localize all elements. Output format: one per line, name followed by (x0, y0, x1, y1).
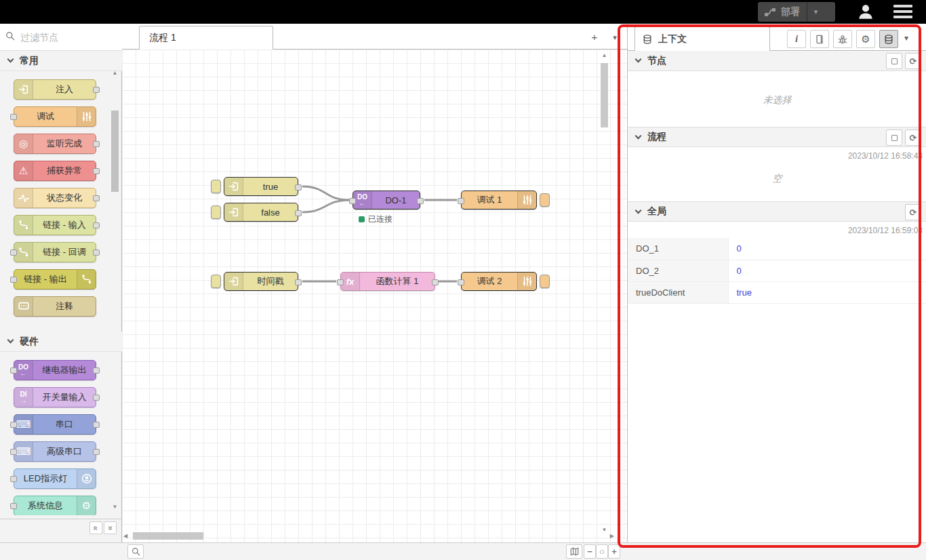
deploy-options-button[interactable]: ▾ (807, 2, 824, 22)
palette-scrollbar[interactable]: ▲ ▼ (111, 78, 119, 512)
output-port[interactable] (295, 210, 302, 216)
palette-node-link-in[interactable]: 链接 - 输入 (14, 215, 96, 235)
context-section-flow[interactable]: 流程 ⟳ (628, 127, 926, 147)
palette-node-status[interactable]: 状态变化 (14, 188, 96, 208)
scrollbar-thumb[interactable] (133, 532, 203, 540)
palette-node-comment[interactable]: 注释 (14, 296, 96, 317)
palette-section-common[interactable]: 常用 (0, 51, 122, 71)
output-port[interactable] (93, 87, 100, 93)
add-flow-button[interactable]: + (587, 31, 602, 44)
inject-button[interactable] (211, 180, 221, 193)
flow-node-inject-true[interactable]: true (224, 177, 298, 196)
config-tab-button[interactable]: ⚙ (856, 30, 875, 48)
output-port[interactable] (93, 367, 100, 374)
palette-node-system-info[interactable]: 系统信息 ⚙ (14, 496, 96, 515)
collapse-all-button[interactable]: « (89, 521, 102, 534)
scrollbar-thumb[interactable] (111, 111, 119, 192)
search-flows-button[interactable] (127, 544, 144, 559)
palette-node-inject[interactable]: 注入 (14, 79, 96, 100)
canvas-vertical-scrollbar[interactable]: ▲ ▼ (601, 52, 608, 535)
table-row[interactable]: trueDoClient true (628, 281, 926, 303)
scroll-up-icon[interactable]: ▲ (111, 70, 119, 76)
flow-list-button[interactable]: ▾ (607, 31, 622, 44)
table-row[interactable]: DO_2 0 (628, 260, 926, 281)
flow-canvas[interactable]: true false DO← DO-1 已连接 调试 1 时间戳 fx 函数计算… (122, 49, 627, 542)
scroll-up-icon[interactable]: ▲ (601, 52, 608, 58)
output-port[interactable] (93, 249, 100, 256)
input-port[interactable] (349, 198, 356, 204)
refresh-icon[interactable]: ⟳ (905, 129, 921, 146)
context-tab-button[interactable] (879, 30, 898, 48)
navigator-button[interactable] (566, 544, 582, 559)
output-port[interactable] (295, 279, 302, 285)
output-port[interactable] (93, 141, 100, 147)
input-port[interactable] (10, 449, 17, 455)
output-port[interactable] (93, 422, 100, 428)
sidebar-menu-button[interactable]: ▾ (904, 33, 908, 43)
input-port[interactable] (337, 279, 344, 285)
palette-node-relay-output[interactable]: DO← 继电器输出 (14, 360, 96, 380)
output-port[interactable] (432, 279, 439, 285)
palette-node-led[interactable]: LED指示灯 (14, 468, 96, 489)
flow-node-function-1[interactable]: fx 函数计算 1 (340, 272, 435, 291)
palette-node-di-input[interactable]: DI→ 开关量输入 (14, 387, 96, 407)
output-port[interactable] (417, 198, 424, 204)
flow-node-inject-false[interactable]: false (224, 203, 298, 222)
context-section-global[interactable]: 全局 ⟳ (628, 201, 926, 222)
input-port[interactable] (458, 198, 464, 204)
open-panel-button[interactable] (886, 53, 902, 69)
refresh-icon[interactable]: ⟳ (905, 53, 921, 69)
palette-node-serial[interactable]: ⌨ 串口 (14, 414, 96, 435)
table-row[interactable]: DO_1 0 (628, 238, 926, 260)
input-port[interactable] (10, 367, 17, 374)
palette-node-link-call[interactable]: 链接 - 回调 (14, 242, 96, 262)
input-port[interactable] (10, 422, 17, 428)
output-port[interactable] (295, 184, 302, 191)
output-port[interactable] (93, 195, 100, 201)
expand-all-button[interactable]: « (104, 521, 117, 534)
palette-section-hardware[interactable]: 硬件 (0, 332, 122, 352)
flow-node-debug-2[interactable]: 调试 2 (461, 272, 537, 291)
input-port[interactable] (10, 249, 17, 256)
flow-node-debug-1[interactable]: 调试 1 (461, 191, 537, 209)
inject-button[interactable] (211, 205, 221, 219)
input-port[interactable] (10, 503, 17, 509)
palette-node-catch[interactable]: ⚠ 捕获异常 (14, 161, 96, 181)
zoom-out-button[interactable]: − (584, 544, 596, 559)
palette-node-complete[interactable]: ◎ 监听完成 (14, 134, 96, 154)
user-icon[interactable] (855, 3, 876, 22)
info-tab-button[interactable]: i (787, 30, 806, 48)
zoom-reset-button[interactable]: ○ (596, 544, 608, 559)
inject-button[interactable] (211, 275, 221, 288)
input-port[interactable] (10, 277, 17, 283)
debug-tab-button[interactable] (833, 30, 852, 48)
tab-context[interactable]: 上下文 (635, 26, 770, 51)
output-port[interactable] (93, 449, 100, 455)
output-port[interactable] (93, 222, 100, 228)
palette-search-input[interactable] (20, 28, 115, 47)
zoom-in-button[interactable]: + (608, 544, 620, 559)
context-section-node[interactable]: 节点 ⟳ (628, 51, 926, 71)
tab-flow-1[interactable]: 流程 1 (139, 26, 273, 49)
open-panel-button[interactable] (886, 129, 902, 146)
input-port[interactable] (10, 114, 17, 120)
help-tab-button[interactable] (810, 30, 829, 48)
flow-node-do-1[interactable]: DO← DO-1 已连接 (353, 191, 420, 209)
canvas-horizontal-scrollbar[interactable]: ◀ ▶ (123, 532, 618, 540)
input-port[interactable] (458, 279, 464, 285)
flow-node-inject-timestamp[interactable]: 时间戳 (224, 272, 298, 291)
palette-node-debug[interactable]: 调试 (14, 106, 96, 127)
refresh-icon[interactable]: ⟳ (905, 204, 921, 220)
output-port[interactable] (93, 395, 100, 401)
scrollbar-thumb[interactable] (601, 63, 608, 127)
palette-node-advanced-serial[interactable]: ⌨ 高级串口 (14, 441, 96, 462)
output-port[interactable] (93, 168, 100, 174)
input-port[interactable] (10, 476, 17, 482)
debug-toggle-button[interactable] (540, 275, 550, 288)
debug-toggle-button[interactable] (540, 193, 550, 207)
palette-node-link-out[interactable]: 链接 - 输出 (14, 269, 96, 289)
scroll-down-icon[interactable]: ▼ (111, 504, 119, 510)
main-menu-button[interactable] (893, 5, 914, 20)
deploy-button[interactable]: 部署 ▾ (758, 2, 835, 22)
scroll-right-icon[interactable]: ▶ (610, 533, 614, 539)
